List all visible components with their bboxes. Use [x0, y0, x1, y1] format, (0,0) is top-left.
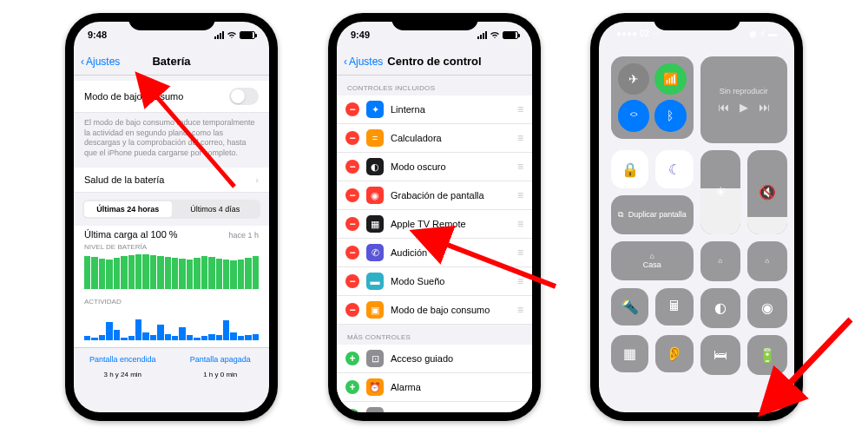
back-label: Ajustes — [349, 56, 383, 68]
rotation-lock-tile[interactable]: 🔒 — [611, 150, 648, 187]
remove-button[interactable]: − — [345, 274, 359, 288]
remote-tile[interactable]: ▦ — [611, 335, 648, 372]
more-row-0[interactable]: +⊡Acceso guiado — [337, 345, 532, 373]
home-tile[interactable]: ⌂Casa — [611, 241, 694, 280]
app-icon: ▦ — [366, 215, 384, 233]
battery-icon — [503, 31, 518, 39]
navbar: ‹Ajustes Batería — [74, 48, 269, 76]
row-label: Apple TV Remote — [391, 219, 466, 229]
grip-icon[interactable]: ≡ — [517, 304, 523, 316]
darkmode-tile[interactable]: ◐ — [700, 288, 740, 328]
remove-button[interactable]: − — [345, 102, 359, 116]
grip-icon[interactable]: ≡ — [517, 103, 523, 115]
home-scene-1[interactable]: ⌂ — [700, 241, 740, 281]
bluetooth-toggle[interactable]: ᛒ — [654, 100, 686, 131]
remove-button[interactable]: − — [345, 131, 359, 145]
remote-icon: ▦ — [623, 345, 636, 362]
sleep-tile[interactable]: 🛏 — [700, 335, 740, 375]
back-button[interactable]: ‹Ajustes — [344, 56, 383, 68]
add-button[interactable]: + — [345, 409, 359, 412]
more-row-1[interactable]: +⏰Alarma — [337, 373, 532, 402]
flashlight-icon: 🔦 — [621, 299, 639, 315]
row-label: Grabación de pantalla — [391, 190, 484, 201]
section-more: MÁS CONTROLES — [337, 325, 532, 345]
battery-level-chart — [84, 254, 259, 289]
back-button[interactable]: ‹Ajustes — [81, 56, 120, 68]
darkmode-icon: ◐ — [714, 299, 727, 316]
included-row-0[interactable]: −✦Linterna≡ — [337, 95, 532, 124]
included-row-3[interactable]: −◉Grabación de pantalla≡ — [337, 181, 532, 210]
ear-icon: 👂 — [666, 345, 683, 362]
play-icon[interactable]: ▶ — [740, 101, 748, 114]
wifi-icon — [490, 31, 500, 39]
chevron-left-icon: ‹ — [81, 56, 84, 68]
included-row-5[interactable]: −✆Audición≡ — [337, 239, 532, 267]
next-icon[interactable]: ⏭ — [759, 101, 770, 114]
included-row-2[interactable]: −◐Modo oscuro≡ — [337, 153, 532, 181]
tab-screen-off[interactable]: Pantalla apagada1 h y 0 min — [172, 348, 270, 385]
add-button[interactable]: + — [345, 380, 359, 394]
row-label: Modo de bajo consumo — [391, 305, 490, 315]
seg-24h[interactable]: Últimas 24 horas — [84, 201, 172, 217]
screen-mirror-tile[interactable]: ⧉Duplicar pantalla — [611, 195, 694, 234]
included-row-6[interactable]: −▬Modo Sueño≡ — [337, 267, 532, 296]
flashlight-tile[interactable]: 🔦 — [611, 288, 648, 326]
row-label: Modo Sueño — [391, 276, 444, 286]
lowpower-tile[interactable]: 🔋 — [747, 335, 787, 375]
time-segment[interactable]: Últimas 24 horas Últimos 4 días — [82, 200, 260, 219]
media-tile[interactable]: Sin reproducir ⏮▶⏭ — [700, 56, 787, 143]
volume-slider[interactable]: 🔇 — [747, 150, 787, 233]
grip-icon[interactable]: ≡ — [517, 247, 523, 259]
row-label: Modo oscuro — [391, 161, 446, 172]
prev-icon[interactable]: ⏮ — [718, 101, 729, 114]
chevron-right-icon: › — [255, 174, 259, 185]
battery-icon — [240, 31, 255, 39]
app-icon: ◐ — [366, 158, 384, 175]
wifi-icon — [227, 31, 237, 39]
remove-button[interactable]: − — [345, 188, 359, 202]
tab-screen-on[interactable]: Pantalla encendida3 h y 24 min — [74, 348, 172, 385]
connectivity-tile[interactable]: ✈ 📶 ⌔ ᛒ — [611, 56, 694, 139]
add-button[interactable]: + — [345, 352, 359, 365]
home-icon: ⌂ — [650, 252, 654, 260]
included-row-7[interactable]: −▣Modo de bajo consumo≡ — [337, 296, 532, 325]
dnd-tile[interactable]: ☾ — [655, 150, 693, 187]
row-label: Cámara — [391, 411, 424, 412]
battery-health-row[interactable]: Salud de la batería › — [74, 168, 269, 193]
sun-icon: ☀ — [714, 184, 727, 201]
home-scene-2[interactable]: ⌂ — [747, 241, 787, 281]
moon-icon: ☾ — [668, 161, 681, 178]
app-icon: ✦ — [366, 101, 384, 118]
grip-icon[interactable]: ≡ — [517, 189, 523, 201]
remove-button[interactable]: − — [345, 246, 359, 260]
seg-4d[interactable]: Últimos 4 días — [172, 201, 260, 217]
cellular-toggle[interactable]: 📶 — [654, 63, 686, 95]
app-icon: = — [366, 129, 384, 147]
low-power-mode-row[interactable]: Modo de bajo consumo — [74, 81, 269, 113]
mirror-icon: ⧉ — [618, 210, 623, 220]
hearing-tile[interactable]: 👂 — [655, 335, 693, 372]
included-row-4[interactable]: −▦Apple TV Remote≡ — [337, 210, 532, 239]
remove-button[interactable]: − — [345, 160, 359, 174]
app-icon: ▬ — [366, 273, 384, 290]
screenrecord-tile[interactable]: ◉ — [747, 288, 787, 328]
wifi-toggle[interactable]: ⌔ — [618, 100, 649, 131]
bed-icon: 🛏 — [713, 347, 727, 363]
airplane-toggle[interactable]: ✈ — [618, 63, 649, 95]
signal-icon — [214, 31, 224, 39]
activity-chart — [84, 309, 259, 340]
calculator-tile[interactable]: 🖩 — [655, 288, 693, 326]
low-power-toggle[interactable] — [229, 88, 259, 105]
battery-icon: 🔋 — [759, 347, 776, 364]
brightness-slider[interactable]: ☀ — [700, 150, 740, 233]
grip-icon[interactable]: ≡ — [517, 161, 523, 173]
remove-button[interactable]: − — [345, 217, 359, 231]
more-row-2[interactable]: +📷Cámara — [337, 402, 532, 412]
last-charge-time: hace 1 h — [228, 231, 259, 240]
grip-icon[interactable]: ≡ — [517, 275, 523, 287]
grip-icon[interactable]: ≡ — [517, 218, 523, 230]
grip-icon[interactable]: ≡ — [517, 132, 523, 144]
remove-button[interactable]: − — [345, 303, 359, 317]
included-row-1[interactable]: −=Calculadora≡ — [337, 124, 532, 153]
low-power-description: El modo de bajo consumo reduce temporalm… — [74, 113, 269, 168]
